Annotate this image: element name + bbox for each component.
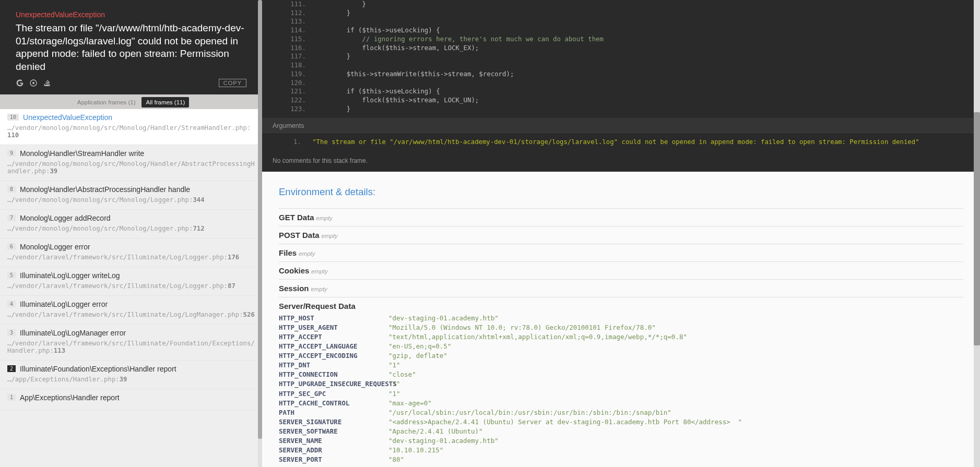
code-line: 111. }	[262, 0, 980, 9]
detail-label: Files	[279, 248, 297, 257]
detail-section: GET Dataempty	[279, 208, 963, 222]
frame-title: Monolog\Handler\StreamHandler write	[20, 149, 144, 158]
stack-frame[interactable]: 6 Monolog\Logger error …/vendor/laravel/…	[0, 238, 262, 267]
server-row: SERVER_SOFTWARE"Apache/2.4.41 (Ubuntu)"	[279, 427, 963, 436]
server-row: SERVER_SIGNATURE"<address>Apache/2.4.41 …	[279, 417, 963, 427]
code-line: 112. }	[262, 9, 980, 18]
left-scrollbar-thumb[interactable]	[258, 0, 262, 439]
frame-number: 1	[7, 394, 16, 401]
server-row: HTTP_USER_AGENT"Mozilla/5.0 (Windows NT …	[279, 323, 963, 332]
stack-frame[interactable]: 3 Illuminate\Log\LogManager error …/vend…	[0, 325, 262, 361]
main-scrollbar-thumb[interactable]	[974, 112, 980, 346]
server-row: HTTP_UPGRADE_INSECURE_REQUESTS"1"	[279, 379, 963, 389]
server-value: "80"	[388, 455, 404, 464]
stackoverflow-search-icon[interactable]	[43, 79, 51, 87]
frame-path: …/vendor/monolog/monolog/src/Monolog/Log…	[7, 196, 255, 203]
detail-section: POST Dataempty	[279, 226, 963, 240]
server-key: HTTP_SEC_GPC	[279, 389, 388, 399]
server-value: "en-US,en;q=0.5"	[388, 342, 451, 351]
stack-frame-list: 10 UnexpectedValueException …/vendor/mon…	[0, 109, 262, 467]
frame-title: Illuminate\Foundation\Exceptions\Handler…	[20, 365, 176, 373]
frame-title: Monolog\Logger addRecord	[20, 214, 111, 222]
code-snippet: 111. }112. }113.114. if ($this->useLocki…	[262, 0, 980, 118]
code-line: 116. flock($this->stream, LOCK_EX);	[262, 44, 980, 53]
server-row: HTTP_ACCEPT"text/html,application/xhtml+…	[279, 332, 963, 342]
stack-frame[interactable]: 5 Illuminate\Log\Logger writeLog …/vendo…	[0, 267, 262, 296]
frame-path: …/vendor/laravel/framework/src/Illuminat…	[7, 340, 255, 354]
server-request-label: Server/Request Data	[279, 302, 356, 310]
frame-path: …/app/Exceptions/Handler.php:39	[7, 376, 255, 383]
stack-frame[interactable]: 8 Monolog\Handler\AbstractProcessingHand…	[0, 181, 262, 210]
detail-empty: empty	[316, 215, 333, 221]
frame-number: 2	[7, 365, 16, 372]
server-row: SERVER_PORT"80"	[279, 455, 963, 464]
left-scrollbar[interactable]	[258, 0, 262, 467]
main-scrollbar[interactable]	[974, 0, 980, 467]
stack-frame[interactable]: 4 Illuminate\Log\Logger error …/vendor/l…	[0, 296, 262, 325]
frame-number: 9	[7, 150, 16, 157]
stack-frame[interactable]: 1 App\Exceptions\Handler report	[0, 389, 262, 411]
details-heading: Environment & details:	[279, 186, 963, 198]
server-key: SERVER_SOFTWARE	[279, 427, 388, 436]
server-value: "1"	[388, 379, 400, 389]
server-key: SERVER_SIGNATURE	[279, 417, 388, 427]
code-line: 123. }	[262, 105, 980, 114]
code-line: 119. $this->streamWrite($this->stream, $…	[262, 70, 980, 79]
code-line: 120.	[262, 79, 980, 88]
left-panel: UnexpectedValueException The stream or f…	[0, 0, 262, 467]
server-value: "10.10.10.215"	[388, 446, 443, 455]
server-row: HTTP_HOST"dev-staging-01.academy.htb"	[279, 314, 963, 323]
server-row: HTTP_SEC_GPC"1"	[279, 389, 963, 399]
server-row: HTTP_ACCEPT_ENCODING"gzip, deflate"	[279, 351, 963, 361]
right-panel: 111. }112. }113.114. if ($this->useLocki…	[262, 0, 980, 467]
detail-label: Session	[279, 284, 309, 293]
environment-details: Environment & details: GET DataemptyPOST…	[262, 172, 980, 467]
detail-label: GET Data	[279, 213, 314, 222]
code-line: 117. }	[262, 52, 980, 61]
arguments-list: 1. "The stream or file "/var/www/html/ht…	[262, 134, 980, 152]
stack-frame[interactable]: 2 Illuminate\Foundation\Exceptions\Handl…	[0, 361, 262, 389]
code-line: 121. if ($this->useLocking) {	[262, 87, 980, 96]
frame-title: Illuminate\Log\Logger writeLog	[20, 271, 120, 280]
detail-empty: empty	[311, 286, 327, 292]
exception-message: The stream or file "/var/www/html/htb-ac…	[16, 22, 246, 74]
google-search-icon[interactable]	[16, 79, 24, 87]
server-row: HTTP_DNT"1"	[279, 361, 963, 370]
duckduckgo-search-icon[interactable]	[29, 79, 38, 87]
code-line: 122. flock($this->stream, LOCK_UN);	[262, 96, 980, 105]
detail-empty: empty	[322, 233, 338, 239]
exception-name: UnexpectedValueException	[16, 10, 246, 19]
stack-frame[interactable]: 7 Monolog\Logger addRecord …/vendor/mono…	[0, 210, 262, 238]
copy-button[interactable]: COPY	[219, 79, 246, 87]
server-key: HTTP_ACCEPT_ENCODING	[279, 351, 388, 361]
frame-title: UnexpectedValueException	[23, 113, 112, 122]
server-value: "<address>Apache/2.4.41 (Ubuntu) Server …	[388, 417, 742, 427]
code-line: 113.	[262, 17, 980, 26]
server-key: SERVER_PORT	[279, 455, 388, 464]
server-key: SERVER_ADDR	[279, 446, 388, 455]
stack-frame[interactable]: 9 Monolog\Handler\StreamHandler write …/…	[0, 145, 262, 181]
frame-number: 6	[7, 243, 16, 250]
server-value: "gzip, deflate"	[388, 351, 447, 361]
server-key: HTTP_DNT	[279, 361, 388, 370]
frame-number: 4	[7, 301, 16, 307]
server-row: HTTP_CONNECTION"close"	[279, 370, 963, 379]
server-key: HTTP_USER_AGENT	[279, 323, 388, 332]
argument-index: 1.	[293, 138, 301, 146]
server-key: HTTP_HOST	[279, 314, 388, 323]
frame-title: Illuminate\Log\LogManager error	[20, 329, 126, 337]
argument-value: "The stream or file "/var/www/html/htb-a…	[312, 138, 919, 146]
frame-filter-bar: Application frames (1) All frames (11)	[0, 94, 262, 109]
server-value: "text/html,application/xhtml+xml,applica…	[388, 332, 687, 342]
server-value: "close"	[388, 370, 416, 379]
filter-app-frames[interactable]: Application frames (1)	[73, 97, 140, 107]
server-value: "Mozilla/5.0 (Windows NT 10.0; rv:78.0) …	[388, 323, 656, 332]
stack-frame[interactable]: 10 UnexpectedValueException …/vendor/mon…	[0, 109, 262, 145]
filter-all-frames[interactable]: All frames (11)	[141, 97, 189, 107]
frame-path: …/vendor/monolog/monolog/src/Monolog/Han…	[7, 124, 253, 139]
server-value: "1"	[388, 389, 400, 399]
server-key: SERVER_NAME	[279, 436, 388, 446]
detail-section: Filesempty	[279, 244, 963, 257]
no-comments-text: No comments for this stack frame.	[262, 152, 980, 172]
detail-label: Cookies	[279, 266, 309, 275]
